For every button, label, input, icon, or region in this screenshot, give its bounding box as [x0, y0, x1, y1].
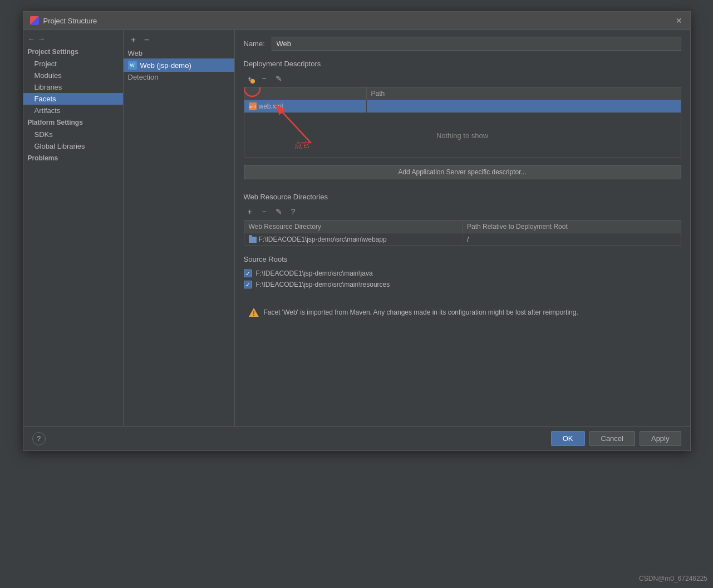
descriptor-table-header: Path — [244, 87, 681, 100]
nothing-to-show: Nothing to show — [436, 131, 488, 140]
descriptor-col-path: Path — [367, 87, 681, 100]
sidebar-item-project[interactable]: Project — [23, 58, 123, 70]
add-badge — [250, 79, 255, 84]
window-title: Project Structure — [43, 17, 97, 25]
help-button[interactable]: ? — [32, 432, 46, 445]
right-panel: Name: Deployment Descriptors + − ✎ — [235, 30, 690, 426]
sidebar-item-facets[interactable]: Facets — [23, 93, 123, 105]
deployment-descriptors-table: 点它 Path xml web.xml Nothing to show — [244, 87, 681, 158]
web-resource-row-0[interactable]: F:\IDEACODE1\jsp-demo\src\main\webapp / — [244, 233, 681, 246]
web-resource-cell-dir: F:\IDEACODE1\jsp-demo\src\main\webapp — [244, 233, 463, 246]
descriptor-col-name — [244, 87, 367, 100]
name-input[interactable] — [272, 37, 681, 51]
xml-file-icon: xml — [249, 102, 257, 110]
app-icon — [30, 16, 39, 25]
add-app-server-button[interactable]: Add Application Server specific descript… — [244, 165, 681, 179]
descriptor-remove-button[interactable]: − — [258, 72, 271, 85]
sidebar: ← → Project Settings Project Modules Lib… — [23, 30, 124, 426]
platform-settings-section: Platform Settings — [23, 116, 123, 129]
sidebar-item-artifacts[interactable]: Artifacts — [23, 105, 123, 116]
web-resource-table: Web Resource Directory Path Relative to … — [244, 220, 681, 246]
source-roots-title: Source Roots — [244, 255, 681, 263]
middle-add-button[interactable]: + — [128, 35, 139, 46]
descriptor-edit-button[interactable]: ✎ — [273, 72, 285, 85]
folder-icon — [249, 237, 257, 243]
web-resource-cell-relpath: / — [463, 233, 681, 246]
source-root-label-0: F:\IDEACODE1\jsp-demo\src\main\java — [256, 270, 373, 277]
source-root-row-1: ✓ F:\IDEACODE1\jsp-demo\src\main\resourc… — [244, 279, 681, 290]
close-button[interactable]: ✕ — [675, 16, 684, 25]
name-row: Name: — [244, 37, 681, 51]
source-root-row-0: ✓ F:\IDEACODE1\jsp-demo\src\main\java — [244, 268, 681, 279]
name-field-label: Name: — [244, 40, 266, 48]
sidebar-item-libraries[interactable]: Libraries — [23, 81, 123, 93]
ok-button[interactable]: OK — [551, 431, 585, 446]
web-resource-table-header: Web Resource Directory Path Relative to … — [244, 220, 681, 233]
cancel-button[interactable]: Cancel — [589, 431, 635, 446]
middle-remove-button[interactable]: − — [141, 35, 153, 46]
deployment-descriptors-title: Deployment Descriptors — [244, 60, 681, 68]
web-module-icon: W — [128, 61, 137, 70]
nav-back-arrow[interactable]: ← — [28, 35, 36, 43]
middle-item-web-jspdemo[interactable]: W Web (jsp-demo) — [124, 58, 234, 72]
middle-web-label: Web — [124, 48, 234, 58]
web-resource-add-button[interactable]: + — [244, 205, 256, 218]
web-resource-help-button[interactable]: ? — [287, 205, 299, 218]
title-bar-left: Project Structure — [30, 16, 97, 25]
web-resource-remove-button[interactable]: − — [258, 205, 271, 218]
source-root-checkbox-0[interactable]: ✓ — [244, 270, 252, 277]
web-resource-title: Web Resource Directories — [244, 193, 681, 201]
warning-icon: ! — [248, 307, 259, 318]
middle-toolbar: + − — [124, 32, 234, 48]
descriptor-add-button[interactable]: + — [244, 72, 256, 85]
web-resource-edit-button[interactable]: ✎ — [273, 205, 285, 218]
middle-detection-label: Detection — [124, 72, 234, 82]
project-settings-section: Project Settings — [23, 46, 123, 58]
descriptor-row-0[interactable]: xml web.xml — [244, 100, 681, 113]
apply-button[interactable]: Apply — [640, 431, 681, 446]
nav-forward-arrow[interactable]: → — [38, 35, 46, 43]
deployment-descriptors-toolbar: + − ✎ — [244, 72, 681, 85]
sidebar-item-modules[interactable]: Modules — [23, 70, 123, 81]
web-resource-section: Web Resource Directories + − ✎ ? Web Res… — [244, 193, 681, 246]
descriptor-cell-path — [367, 100, 681, 112]
watermark: CSDN@m0_67246225 — [639, 575, 707, 582]
problems-section: Problems — [23, 152, 123, 164]
sidebar-item-global-libraries[interactable]: Global Libraries — [23, 140, 123, 152]
title-bar: Project Structure ✕ — [23, 12, 690, 30]
middle-panel: + − Web W Web (jsp-demo) Detection — [124, 30, 235, 426]
main-content: ← → Project Settings Project Modules Lib… — [23, 30, 690, 426]
descriptor-empty-area: Nothing to show — [244, 113, 681, 158]
web-resource-col-relpath: Path Relative to Deployment Root — [463, 220, 681, 233]
bottom-bar: ? OK Cancel Apply — [23, 426, 690, 450]
sidebar-nav-arrows: ← → — [23, 32, 123, 46]
warning-text: Facet 'Web' is imported from Maven. Any … — [264, 308, 578, 316]
warning-bar: ! Facet 'Web' is imported from Maven. An… — [244, 303, 681, 321]
source-root-label-1: F:\IDEACODE1\jsp-demo\src\main\resources — [256, 281, 390, 288]
web-resource-col-dir: Web Resource Directory — [244, 220, 463, 233]
source-roots-section: Source Roots ✓ F:\IDEACODE1\jsp-demo\src… — [244, 255, 681, 290]
source-root-checkbox-1[interactable]: ✓ — [244, 281, 252, 288]
svg-text:!: ! — [253, 310, 255, 317]
descriptor-cell-name: xml web.xml — [244, 100, 367, 112]
web-resource-toolbar: + − ✎ ? — [244, 205, 681, 218]
sidebar-item-sdks[interactable]: SDKs — [23, 129, 123, 140]
